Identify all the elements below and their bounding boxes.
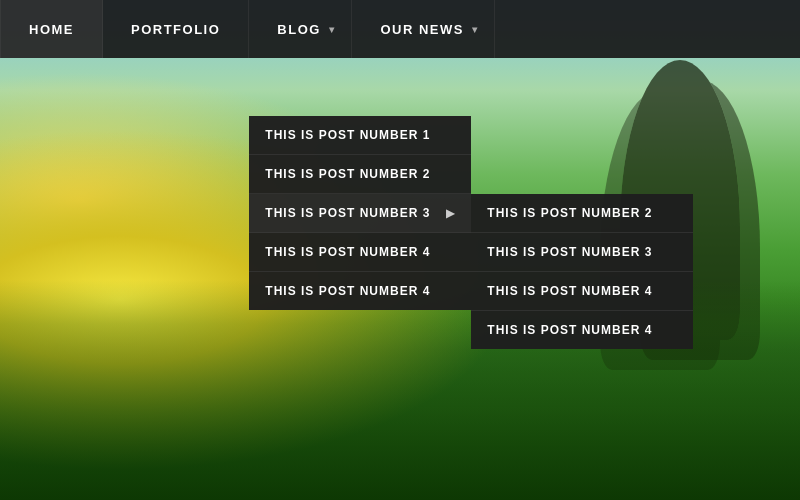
sub-dropdown-item-post3[interactable]: THIS IS POST NUMBER 3 [471, 233, 693, 272]
blog-dropdown-item-post4b[interactable]: THIS IS POST NUMBER 4 [249, 272, 471, 310]
blog-post4a-label: THIS IS POST NUMBER 4 [265, 245, 430, 259]
blog-post4b-label: THIS IS POST NUMBER 4 [265, 284, 430, 298]
sub-post2-label: THIS IS POST NUMBER 2 [487, 206, 652, 220]
sub-menu-arrow-icon: ▶ [446, 207, 455, 220]
nav-label-home: HOME [29, 22, 74, 37]
sub-post4b-label: THIS IS POST NUMBER 4 [487, 323, 652, 337]
blog-post2-label: THIS IS POST NUMBER 2 [265, 167, 430, 181]
blog-post1-label: THIS IS POST NUMBER 1 [265, 128, 430, 142]
nav-label-portfolio: PORTFOLIO [131, 22, 220, 37]
nav-item-home[interactable]: HOME [0, 0, 103, 58]
blog-dropdown-item-post3[interactable]: THIS IS POST NUMBER 3 ▶ THIS IS POST NUM… [249, 194, 471, 233]
nav-item-ournews[interactable]: OUR NEWS ▾ [352, 0, 495, 58]
nav-label-blog: BLOG [277, 22, 321, 37]
blog-dropdown-item-post1[interactable]: THIS IS POST NUMBER 1 [249, 116, 471, 155]
blog-dropdown-item-post4a[interactable]: THIS IS POST NUMBER 4 [249, 233, 471, 272]
sub-post3-label: THIS IS POST NUMBER 3 [487, 245, 652, 259]
blog-dropdown-item-post2[interactable]: THIS IS POST NUMBER 2 [249, 155, 471, 194]
ournews-dropdown-arrow-icon: ▾ [472, 24, 479, 35]
nav-item-blog[interactable]: BLOG ▾ THIS IS POST NUMBER 1 THIS IS POS… [249, 0, 352, 58]
sub-dropdown-item-post2[interactable]: THIS IS POST NUMBER 2 [471, 194, 693, 233]
sub-post4a-label: THIS IS POST NUMBER 4 [487, 284, 652, 298]
blog-post3-label: THIS IS POST NUMBER 3 [265, 206, 430, 220]
sub-dropdown-item-post4b[interactable]: THIS IS POST NUMBER 4 [471, 311, 693, 349]
nav-label-ournews: OUR NEWS [380, 22, 464, 37]
sub-dropdown-item-post4a[interactable]: THIS IS POST NUMBER 4 [471, 272, 693, 311]
nav-item-portfolio[interactable]: PORTFOLIO [103, 0, 249, 58]
blog-dropdown-arrow-icon: ▾ [329, 24, 336, 35]
navbar: HOME PORTFOLIO BLOG ▾ THIS IS POST NUMBE… [0, 0, 800, 58]
blog-dropdown-menu: THIS IS POST NUMBER 1 THIS IS POST NUMBE… [249, 116, 471, 310]
sub-dropdown-menu: THIS IS POST NUMBER 2 THIS IS POST NUMBE… [471, 194, 693, 349]
